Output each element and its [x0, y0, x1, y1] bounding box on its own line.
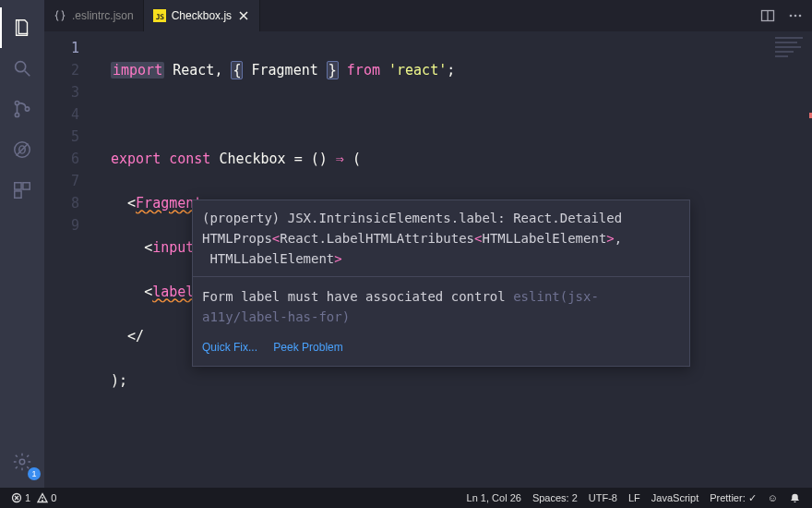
activity-extensions[interactable] [0, 170, 44, 211]
error-count: 1 [25, 492, 30, 503]
close-icon [239, 11, 248, 20]
tab-label: .eslintrc.json [72, 9, 134, 22]
line-number: 7 [44, 170, 79, 192]
svg-point-4 [25, 107, 29, 111]
error-icon [11, 492, 22, 503]
svg-point-11 [19, 459, 25, 465]
status-language[interactable]: JavaScript [646, 488, 704, 508]
activity-bar: 1 [0, 0, 44, 488]
status-encoding[interactable]: UTF-8 [583, 488, 623, 508]
activity-scm[interactable] [0, 89, 44, 129]
hover-signature: (property) JSX.IntrinsicElements.label: … [193, 200, 689, 276]
tab-bar: .eslintrc.json JS Checkbox.js [44, 0, 812, 31]
svg-point-3 [15, 113, 18, 116]
activity-debug[interactable] [0, 129, 44, 170]
hover-message: Form label must have associated control … [193, 277, 689, 333]
activity-manage[interactable]: 1 [0, 441, 44, 482]
gutter: 1 2 3 4 5 6 7 8 9 [44, 31, 98, 236]
svg-text:JS: JS [155, 13, 164, 21]
svg-point-0 [16, 62, 26, 72]
line-number: 9 [44, 214, 79, 236]
hover-tooltip: (property) JSX.IntrinsicElements.label: … [192, 200, 690, 367]
more-actions-button[interactable] [788, 8, 803, 23]
hover-actions: Quick Fix... Peek Problem [193, 333, 689, 366]
status-prettier[interactable]: Prettier: ✓ [704, 488, 762, 508]
no-bug-icon [12, 139, 32, 160]
line-number: 5 [44, 126, 79, 148]
js-icon: JS [153, 9, 166, 22]
svg-point-2 [15, 101, 18, 104]
status-indent[interactable]: Spaces: 2 [527, 488, 583, 508]
svg-point-20 [799, 15, 802, 18]
activity-explorer[interactable] [0, 7, 44, 48]
svg-point-18 [790, 15, 793, 18]
line-number: 6 [44, 148, 79, 170]
warning-count: 0 [51, 492, 56, 503]
warning-icon [37, 492, 48, 503]
ellipsis-icon [788, 8, 803, 23]
line-number: 4 [44, 103, 79, 126]
line-number: 2 [44, 59, 79, 81]
tab-checkbox[interactable]: JS Checkbox.js [144, 0, 260, 31]
split-icon [760, 8, 775, 23]
status-bar: 1 0 Ln 1, Col 26 Spaces: 2 UTF-8 LF Java… [0, 488, 812, 508]
split-editor-button[interactable] [760, 8, 775, 23]
svg-rect-8 [15, 183, 21, 189]
json-icon [54, 9, 66, 22]
peek-problem-link[interactable]: Peek Problem [273, 341, 342, 354]
editor[interactable]: 1 2 3 4 5 6 7 8 9 import React, { Fragme… [44, 31, 812, 488]
quick-fix-link[interactable]: Quick Fix... [202, 341, 257, 354]
source-control-icon [12, 99, 32, 119]
editor-actions [751, 0, 812, 31]
line-number: 3 [44, 81, 79, 103]
overview-ruler [798, 31, 812, 488]
line-number: 8 [44, 192, 79, 214]
editor-region: .eslintrc.json JS Checkbox.js [44, 0, 812, 488]
activity-search[interactable] [0, 48, 44, 89]
line-number: 1 [44, 37, 79, 59]
svg-rect-10 [15, 191, 21, 198]
status-lncol[interactable]: Ln 1, Col 26 [461, 488, 527, 508]
status-notifications[interactable] [783, 488, 806, 508]
status-eol[interactable]: LF [623, 488, 646, 508]
status-feedback[interactable]: ☺ [762, 488, 783, 508]
svg-point-19 [794, 15, 797, 18]
svg-line-1 [25, 71, 30, 77]
files-icon [12, 18, 32, 38]
bell-icon [789, 492, 801, 504]
tab-eslintrc[interactable]: .eslintrc.json [44, 0, 144, 31]
search-icon [12, 58, 32, 79]
tab-close-button[interactable] [237, 9, 250, 22]
status-problems[interactable]: 1 0 [6, 488, 62, 508]
manage-badge: 1 [28, 467, 41, 480]
extensions-icon [12, 180, 32, 200]
svg-point-25 [42, 501, 43, 502]
svg-rect-9 [23, 183, 30, 189]
tab-label: Checkbox.js [172, 9, 232, 22]
